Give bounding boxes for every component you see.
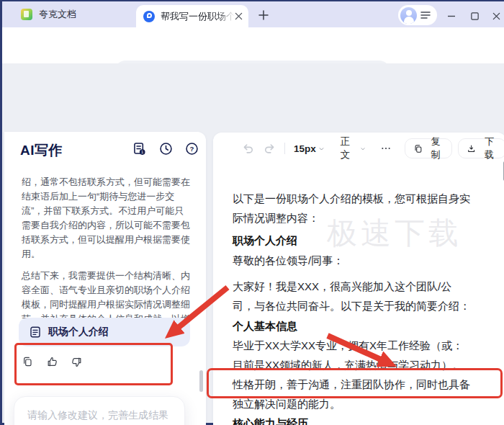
tab-label: 帮我写一份职场个 — [161, 10, 235, 23]
doc-paragraph: 大家好！我是XXX，很高兴能加入这个团队/公司，与各位共同奋斗。以下是关于我的简… — [233, 277, 472, 316]
reaction-row — [22, 356, 83, 368]
font-size-dropdown[interactable]: 15px — [294, 143, 325, 154]
minimize-button[interactable] — [443, 7, 460, 24]
suggestion-input-card — [14, 396, 185, 425]
paragraph-style-dropdown[interactable]: 正文 — [341, 135, 366, 161]
thumbs-down-icon[interactable] — [71, 356, 83, 368]
chevron-down-icon — [360, 146, 366, 152]
quark-logo-icon — [143, 11, 155, 22]
download-icon — [467, 143, 476, 154]
thinking-paragraph: 绍，通常不包括联系方式，但可能需要在结束语后加上一句“期待与您进一步交流”，并留… — [22, 175, 193, 261]
quark-docs-icon — [21, 9, 32, 20]
address-bar: vt.quark.cn/blm/pc-sgs-detail-906/detail… — [2, 27, 504, 63]
new-tab-button[interactable] — [256, 7, 271, 23]
editor-toolbar: 15px 正文 复制 下载 — [213, 137, 504, 160]
tab-bar: 夸克文档 帮我写一份职场个 — [2, 1, 504, 27]
page-background: AI写作 1 ? 绍，通常不包括联系方式，但可能需要在结束语后加上一句“期待与您… — [2, 63, 504, 423]
doc-paragraph: 尊敬的各位领导/同事： — [233, 251, 472, 270]
result-card-label: 职场个人介绍 — [48, 326, 109, 339]
suggestion-input[interactable] — [26, 408, 173, 421]
copy-icon — [413, 143, 423, 154]
chevron-down-icon — [318, 146, 325, 152]
help-icon[interactable]: ? — [184, 141, 200, 157]
tab-quark-docs[interactable]: 夸克文档 — [17, 1, 81, 27]
doc-heading: 个人基本信息 — [233, 316, 472, 336]
ai-writing-panel: AI写作 1 ? 绍，通常不包括联系方式，但可能需要在结束语后加上一句“期待与您… — [4, 132, 206, 425]
history-doc-icon[interactable]: 1 — [132, 141, 148, 157]
doc-heading: 职场个人介绍 — [233, 231, 472, 250]
browser-window: 夸克文档 帮我写一份职场个 — [0, 0, 504, 425]
maximize-button[interactable] — [466, 7, 483, 24]
tab-close-icon[interactable] — [235, 12, 243, 20]
paragraph-style-value: 正文 — [341, 135, 358, 161]
panel-scrollbar-thumb[interactable] — [199, 370, 203, 392]
doc-heading: 核心能力与经历 — [233, 413, 472, 425]
thumbs-up-icon[interactable] — [46, 356, 58, 368]
copy-button[interactable]: 复制 — [405, 138, 453, 158]
divider — [284, 143, 285, 154]
copy-label: 复制 — [427, 135, 444, 161]
document-icon — [29, 326, 42, 339]
more-options-icon[interactable] — [380, 143, 392, 154]
tab-label: 夸克文档 — [39, 8, 76, 21]
avatar — [400, 7, 417, 24]
tab-active-document[interactable]: 帮我写一份职场个 — [136, 5, 248, 27]
undo-icon[interactable] — [240, 141, 255, 156]
menu-icon — [420, 11, 431, 19]
copy-icon[interactable] — [22, 356, 34, 368]
redo-icon[interactable] — [263, 141, 277, 156]
account-menu[interactable] — [398, 5, 437, 25]
doc-paragraph: 以下是一份职场个人介绍的模板，您可根据自身实际情况调整内容： — [233, 189, 472, 228]
svg-text:?: ? — [190, 145, 194, 153]
font-size-value: 15px — [294, 143, 316, 154]
download-button[interactable]: 下载 — [458, 138, 504, 158]
document-editor-panel: 15px 正文 复制 下载 极速下载 — [213, 133, 504, 425]
clock-history-icon[interactable] — [158, 141, 174, 157]
download-label: 下载 — [481, 135, 498, 161]
panel-title: AI写作 — [20, 141, 63, 160]
doc-paragraph: 毕业于XX大学XX专业，拥有X年工作经验（或：目前是XX领域的新人，充满热情与学… — [233, 336, 472, 413]
svg-text:1: 1 — [141, 150, 143, 154]
result-card[interactable]: 职场个人介绍 — [19, 318, 190, 346]
close-window-button[interactable] — [487, 7, 504, 24]
